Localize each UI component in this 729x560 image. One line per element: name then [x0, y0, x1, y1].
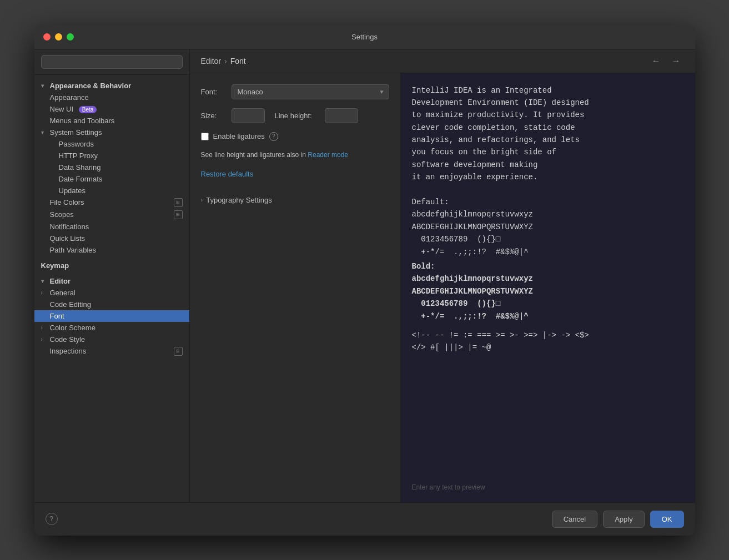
- window-title: Settings: [351, 33, 378, 41]
- breadcrumb-bar: Editor › Font ← →: [190, 49, 695, 73]
- right-panel: Editor › Font ← → Font:: [190, 49, 695, 502]
- search-input[interactable]: [41, 55, 183, 69]
- restore-defaults-link[interactable]: Restore defaults: [201, 170, 254, 178]
- breadcrumb-parent: Editor: [201, 57, 222, 65]
- main-content: 🔍 ▾ Appearance & Behavior Appearance New…: [34, 49, 695, 502]
- enable-ligatures-checkbox[interactable]: [201, 133, 209, 140]
- minimize-button[interactable]: [55, 33, 62, 41]
- hint-text: See line height and ligatures also in Re…: [201, 150, 389, 160]
- sidebar-item-notifications[interactable]: Notifications: [34, 221, 189, 233]
- settings-window: Settings 🔍 ▾ Appearance & Behavior Appea…: [34, 25, 695, 536]
- sidebar-item-http-proxy[interactable]: HTTP Proxy: [34, 150, 189, 162]
- ok-button[interactable]: OK: [650, 511, 684, 528]
- sidebar-tree: ▾ Appearance & Behavior Appearance New U…: [34, 75, 189, 502]
- font-select-wrapper: Monaco Menlo JetBrains Mono Fira Code Co…: [232, 84, 389, 99]
- sidebar: 🔍 ▾ Appearance & Behavior Appearance New…: [34, 49, 190, 502]
- preview-bold-text: abcdefghijklmnopqrstuvwxyz ABCDEFGHIJKLM…: [412, 273, 684, 322]
- breadcrumb-current: Font: [230, 57, 246, 65]
- reader-mode-link[interactable]: Reader mode: [308, 151, 348, 159]
- chevron-down-icon: ▾: [41, 278, 48, 284]
- sidebar-item-general[interactable]: › General: [34, 287, 189, 299]
- size-label: Size:: [201, 112, 226, 120]
- apply-button[interactable]: Apply: [603, 511, 645, 528]
- sidebar-item-appearance-behavior[interactable]: ▾ Appearance & Behavior: [34, 78, 189, 92]
- split-panel: Font: Monaco Menlo JetBrains Mono Fira C…: [190, 73, 695, 502]
- lineheight-input[interactable]: 1.0: [325, 108, 358, 123]
- sidebar-item-menus-toolbars[interactable]: Menus and Toolbars: [34, 115, 189, 127]
- sidebar-item-keymap[interactable]: Keymap: [34, 258, 189, 271]
- breadcrumb-separator: ›: [224, 57, 227, 65]
- nav-buttons: ← →: [648, 55, 684, 67]
- enable-ligatures-label: Enable ligatures: [213, 132, 265, 140]
- footer-left: ?: [46, 513, 58, 525]
- back-button[interactable]: ←: [648, 55, 664, 67]
- forward-button[interactable]: →: [668, 55, 684, 67]
- sidebar-item-data-sharing[interactable]: Data Sharing: [34, 162, 189, 173]
- preview-placeholder: Enter any text to preview: [412, 482, 485, 493]
- sidebar-item-updates[interactable]: Updates: [34, 185, 189, 196]
- sidebar-item-scopes[interactable]: Scopes ⊞: [34, 209, 189, 221]
- chevron-right-icon: ›: [41, 325, 48, 331]
- font-select[interactable]: Monaco Menlo JetBrains Mono Fira Code Co…: [232, 84, 389, 99]
- search-wrapper: 🔍: [41, 55, 183, 69]
- breadcrumb: Editor › Font: [201, 57, 246, 65]
- sidebar-item-date-formats[interactable]: Date Formats: [34, 173, 189, 185]
- sidebar-item-editor[interactable]: ▾ Editor: [34, 274, 189, 287]
- footer: ? Cancel Apply OK: [34, 502, 695, 536]
- file-colors-icon: ⊞: [174, 198, 183, 207]
- traffic-lights: [43, 33, 74, 41]
- lineheight-label: Line height:: [275, 112, 319, 120]
- settings-panel: Font: Monaco Menlo JetBrains Mono Fira C…: [190, 73, 401, 502]
- sidebar-item-system-settings[interactable]: ▾ System Settings: [34, 127, 189, 138]
- content-area: Editor › Font ← → Font:: [190, 49, 695, 502]
- typography-label: Typography Settings: [206, 196, 272, 204]
- sidebar-item-appearance[interactable]: Appearance: [34, 92, 189, 103]
- maximize-button[interactable]: [67, 33, 74, 41]
- search-container: 🔍: [34, 49, 189, 75]
- sidebar-item-code-editing[interactable]: Code Editing: [34, 299, 189, 310]
- sidebar-item-inspections[interactable]: Inspections ⊞: [34, 345, 189, 357]
- sidebar-item-code-style[interactable]: › Code Style: [34, 334, 189, 345]
- sidebar-item-font[interactable]: Font: [34, 310, 189, 322]
- scopes-icon: ⊞: [174, 210, 183, 219]
- cancel-button[interactable]: Cancel: [552, 511, 597, 528]
- chevron-down-icon: ▾: [41, 83, 48, 89]
- sidebar-item-quick-lists[interactable]: Quick Lists: [34, 233, 189, 244]
- size-row: Size: 18.0 Line height: 1.0: [201, 108, 389, 123]
- footer-buttons: Cancel Apply OK: [552, 511, 684, 528]
- chevron-right-icon: ›: [41, 290, 48, 296]
- size-input[interactable]: 18.0: [232, 108, 265, 123]
- close-button[interactable]: [43, 33, 51, 41]
- ligatures-row: Enable ligatures ?: [201, 132, 389, 141]
- chevron-right-icon: ›: [41, 336, 48, 342]
- sidebar-item-path-variables[interactable]: Path Variables: [34, 244, 189, 256]
- typography-settings-toggle[interactable]: › Typography Settings: [201, 196, 389, 204]
- preview-ligatures-text: <!-- -- != := === >= >- >=> |-> -> <$> <…: [412, 329, 684, 354]
- chevron-right-icon: ›: [201, 196, 203, 203]
- font-row: Font: Monaco Menlo JetBrains Mono Fira C…: [201, 84, 389, 99]
- sidebar-item-new-ui[interactable]: New UI Beta: [34, 103, 189, 115]
- sidebar-item-color-scheme[interactable]: › Color Scheme: [34, 322, 189, 334]
- titlebar: Settings: [34, 25, 695, 49]
- font-label: Font:: [201, 88, 226, 96]
- chevron-down-icon: ▾: [41, 129, 48, 135]
- help-icon[interactable]: ?: [269, 132, 278, 141]
- preview-bold-label: Bold:: [412, 260, 684, 273]
- inspections-icon: ⊞: [174, 347, 183, 356]
- preview-panel[interactable]: IntelliJ IDEA is an Integrated Developme…: [401, 73, 695, 502]
- sidebar-item-passwords[interactable]: Passwords: [34, 138, 189, 150]
- help-button[interactable]: ?: [46, 513, 58, 525]
- sidebar-item-file-colors[interactable]: File Colors ⊞: [34, 196, 189, 209]
- preview-normal-text: IntelliJ IDEA is an Integrated Developme…: [412, 84, 684, 258]
